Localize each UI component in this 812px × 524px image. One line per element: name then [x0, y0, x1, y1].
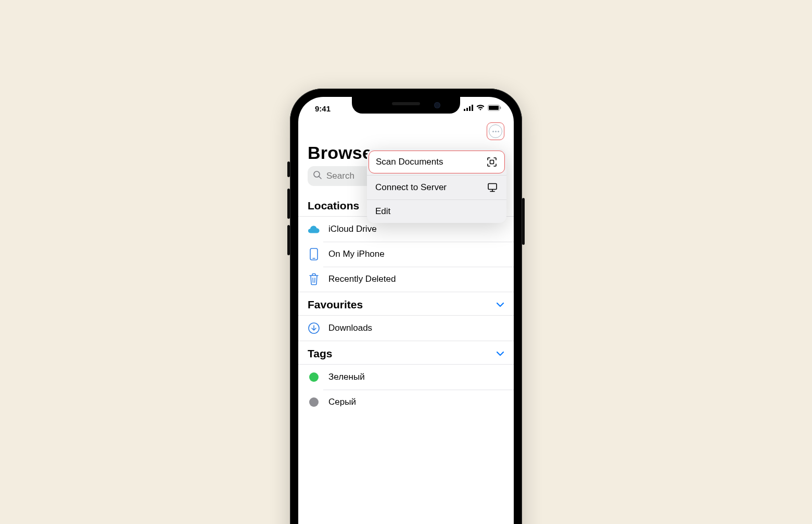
power-button	[522, 198, 525, 245]
section-title: Tags	[308, 347, 332, 360]
screen: 9:41 Browse	[298, 97, 514, 524]
svg-point-7	[314, 171, 320, 177]
svg-rect-5	[489, 106, 499, 110]
row-label: On My iPhone	[328, 249, 385, 259]
menu-item-label: Connect to Server	[375, 182, 447, 193]
iphone-icon	[308, 248, 320, 260]
status-icons	[464, 104, 501, 113]
iphone-device-frame: 9:41 Browse	[290, 89, 522, 524]
svg-line-11	[313, 278, 313, 283]
chevron-down-icon	[496, 302, 504, 307]
speaker	[392, 102, 420, 105]
tag-row-green[interactable]: Зеленый	[298, 365, 514, 390]
icloud-icon	[308, 223, 320, 235]
location-row-on-my-iphone[interactable]: On My iPhone	[298, 242, 514, 267]
volume-up-button	[287, 189, 290, 219]
menu-item-label: Scan Documents	[376, 157, 443, 167]
svg-rect-2	[469, 106, 471, 111]
tag-row-grey[interactable]: Серый	[298, 390, 514, 415]
menu-item-scan-documents[interactable]: Scan Documents	[369, 151, 505, 173]
more-button[interactable]	[487, 122, 504, 140]
tag-dot-green-icon	[308, 371, 320, 383]
more-menu-popover: Scan Documents Connect to Server Edit	[367, 149, 506, 223]
front-camera	[434, 102, 440, 108]
menu-item-edit[interactable]: Edit	[367, 199, 506, 223]
trash-icon	[308, 273, 320, 285]
section-header-tags[interactable]: Tags	[298, 341, 514, 364]
download-circle-icon	[308, 322, 320, 334]
section-title: Favourites	[308, 298, 363, 311]
menu-item-connect-to-server[interactable]: Connect to Server	[367, 175, 506, 199]
nav-bar	[298, 120, 514, 143]
location-row-recently-deleted[interactable]: Recently Deleted	[298, 267, 514, 292]
scan-icon	[486, 156, 498, 168]
battery-icon	[488, 104, 501, 113]
ellipsis-circle-icon	[489, 124, 502, 138]
row-label: Downloads	[328, 323, 372, 333]
svg-rect-6	[500, 107, 501, 109]
row-label: Recently Deleted	[328, 274, 396, 284]
mute-switch	[287, 161, 290, 177]
row-label: Зеленый	[328, 372, 365, 382]
svg-rect-1	[466, 108, 468, 111]
chevron-down-icon	[496, 351, 504, 356]
favourite-row-downloads[interactable]: Downloads	[298, 316, 514, 341]
svg-line-12	[315, 278, 315, 283]
cellular-signal-icon	[464, 104, 473, 113]
row-label: Серый	[328, 397, 356, 407]
status-time: 9:41	[315, 104, 331, 113]
svg-line-8	[319, 177, 321, 179]
section-header-favourites[interactable]: Favourites	[298, 292, 514, 315]
tag-dot-grey-icon	[308, 396, 320, 408]
tags-list: Зеленый Серый	[298, 365, 514, 415]
search-icon	[313, 170, 322, 182]
server-icon	[487, 182, 498, 193]
wifi-icon	[476, 104, 485, 113]
svg-rect-3	[472, 105, 473, 111]
svg-rect-15	[488, 184, 497, 190]
menu-item-label: Edit	[375, 206, 390, 217]
svg-rect-0	[464, 109, 465, 111]
section-title: Locations	[308, 199, 359, 212]
favourites-list: Downloads	[298, 316, 514, 341]
svg-rect-14	[490, 160, 494, 164]
locations-list: iCloud Drive On My iPhone Recently Delet…	[298, 217, 514, 292]
notch	[352, 97, 460, 114]
row-label: iCloud Drive	[328, 224, 377, 234]
volume-down-button	[287, 225, 290, 255]
